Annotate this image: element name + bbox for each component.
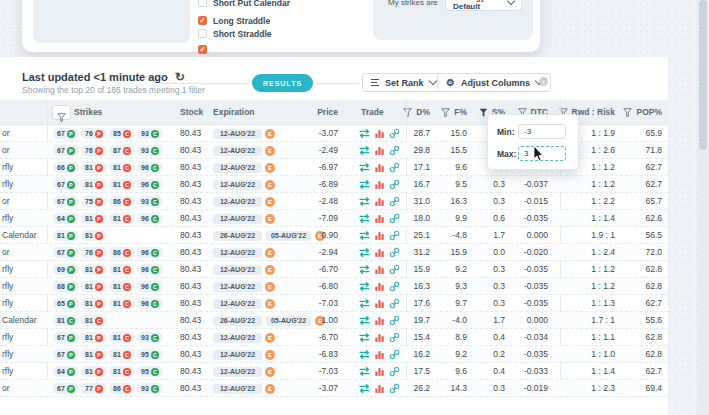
chart-icon[interactable] xyxy=(374,281,385,292)
funnel-icon[interactable] xyxy=(623,108,632,117)
chart-icon[interactable] xyxy=(374,247,385,258)
refresh-icon[interactable]: ↻ xyxy=(175,70,185,84)
table-row[interactable]: rfly68P81P81C96C80.4312-AUG'22E-6.8016.3… xyxy=(0,278,668,295)
strike-value: 81 xyxy=(85,232,93,239)
strategy-checkbox-item[interactable]: Short Put Calendar xyxy=(198,0,290,9)
scrollbar-track[interactable] xyxy=(697,0,709,415)
chart-icon[interactable] xyxy=(374,213,385,224)
swap-icon[interactable] xyxy=(359,366,370,377)
table-row[interactable]: rfly64P81P81C95C80.4312-AUG'22E-7.0317.5… xyxy=(0,363,668,380)
chart-icon[interactable] xyxy=(374,230,385,241)
strike-pill: 81P xyxy=(81,298,107,309)
table-row[interactable]: or67P77P86C93C80.4312-AUG'22E-3.0726.214… xyxy=(0,380,668,397)
f-pct-cell: 9.6 xyxy=(435,363,467,380)
strikes-mode-select[interactable]: Strategy Default xyxy=(445,0,522,11)
chart-icon[interactable] xyxy=(374,383,385,394)
swap-icon[interactable] xyxy=(359,281,370,292)
chart-icon[interactable] xyxy=(374,349,385,360)
s-pct-cell: 0.3 xyxy=(473,278,505,295)
chart-icon[interactable] xyxy=(374,366,385,377)
table-row[interactable]: rfly69P81P81C96C80.4312-AUG'22E-6.7015.9… xyxy=(0,261,668,278)
trade-actions xyxy=(359,312,400,329)
chart-icon[interactable] xyxy=(374,162,385,173)
s-pct-cell: 0.3 xyxy=(473,380,505,397)
strategy-checkbox-item[interactable]: ✓Long Straddle xyxy=(198,14,270,27)
strike-pill: 64P xyxy=(53,366,79,377)
chart-icon[interactable] xyxy=(374,196,385,207)
min-input[interactable] xyxy=(518,124,566,139)
swap-icon[interactable] xyxy=(359,349,370,360)
swap-icon[interactable] xyxy=(359,383,370,394)
strike-pill: 81C xyxy=(109,264,135,275)
table-row[interactable]: rfly65P81P81C96C80.4312-AUG'22E-7.0317.6… xyxy=(0,295,668,312)
strike-value: 81 xyxy=(113,283,121,290)
expiration-pill: 12-AUG'22 xyxy=(213,214,262,224)
chart-icon[interactable] xyxy=(374,264,385,275)
chart-icon[interactable] xyxy=(374,145,385,156)
chart-icon[interactable] xyxy=(374,332,385,343)
swap-icon[interactable] xyxy=(359,179,370,190)
swap-icon[interactable] xyxy=(359,298,370,309)
strike-value: 81 xyxy=(85,215,93,222)
strategy-checkbox-item[interactable]: ✓ xyxy=(198,43,207,56)
trade-actions xyxy=(359,125,400,142)
d-pct-cell: 15.4 xyxy=(398,329,430,346)
scrollbar-thumb[interactable] xyxy=(699,0,707,150)
strike-pill: 81P xyxy=(81,264,107,275)
strike-value: 81 xyxy=(85,181,93,188)
funnel-icon[interactable] xyxy=(441,108,450,117)
rank-icon xyxy=(371,79,379,87)
strike-pill: 81P xyxy=(81,349,107,360)
table-row[interactable]: rfly67P81P81C93C80.4312-AUG'22E-6.7015.4… xyxy=(0,329,668,346)
swap-icon[interactable] xyxy=(359,145,370,156)
funnel-icon[interactable] xyxy=(403,108,412,117)
buy-leg-icon: C xyxy=(151,249,159,257)
strategy-checkbox-item[interactable]: Short Straddle xyxy=(198,27,272,40)
sell-leg-icon: C xyxy=(123,368,131,376)
swap-icon[interactable] xyxy=(359,247,370,258)
swap-icon[interactable] xyxy=(359,162,370,173)
strike-value: 81 xyxy=(85,351,93,358)
checkbox-checked-icon[interactable]: ✓ xyxy=(198,45,207,54)
table-row[interactable]: or67P76P86C96C80.4312-AUG'22E-2.9431.215… xyxy=(0,244,668,261)
table-row[interactable]: Calendar81C81C80.4326-AUG'2205-AUG'22E1.… xyxy=(0,312,668,329)
swap-icon[interactable] xyxy=(359,128,370,139)
table-row[interactable]: or67P75P86C93C80.4312-AUG'22E-2.4831.016… xyxy=(0,193,668,210)
chart-icon[interactable] xyxy=(374,128,385,139)
dtc-cell: -0.037 xyxy=(506,176,548,193)
chart-icon[interactable] xyxy=(374,298,385,309)
gear-icon: ⚙ xyxy=(446,78,455,88)
results-button[interactable]: RESULTS xyxy=(252,74,313,92)
sell-leg-icon: C xyxy=(123,130,131,138)
table-row[interactable]: rfly67P81P81C96C80.4312-AUG'22E-6.8916.7… xyxy=(0,176,668,193)
set-rank-button[interactable]: Set Rank xyxy=(362,73,445,92)
table-row[interactable]: Calendar81P81P80.4326-AUG'2205-AUG'22E0.… xyxy=(0,227,668,244)
mouse-cursor xyxy=(533,146,544,162)
strikes-filter-button[interactable] xyxy=(52,105,71,120)
table-row[interactable]: rfly67P81P81C95C80.4312-AUG'22E-6.8316.2… xyxy=(0,346,668,363)
f-pct-cell: 15.9 xyxy=(435,244,467,261)
table-row[interactable]: rfly64P81P81C96C80.4312-AUG'22E-7.0918.0… xyxy=(0,210,668,227)
strike-value: 93 xyxy=(141,198,149,205)
price-cell: -6.89 xyxy=(296,176,338,193)
checkbox-unchecked-icon[interactable] xyxy=(198,0,207,7)
swap-icon[interactable] xyxy=(359,230,370,241)
funnel-icon-active[interactable] xyxy=(479,108,488,117)
swap-icon[interactable] xyxy=(359,315,370,326)
checkbox-unchecked-icon[interactable] xyxy=(198,29,207,38)
strategy-cell: or xyxy=(2,244,46,261)
strike-value: 67 xyxy=(57,249,65,256)
adjust-columns-button[interactable]: ⚙ Adjust Columns xyxy=(437,73,551,92)
sell-leg-icon: C xyxy=(123,385,131,393)
checkbox-checked-icon[interactable]: ✓ xyxy=(198,16,207,25)
expiration-pill: 12-AUG'22 xyxy=(213,197,262,207)
info-icon[interactable]: i xyxy=(539,77,548,86)
swap-icon[interactable] xyxy=(359,213,370,224)
chart-icon[interactable] xyxy=(374,179,385,190)
swap-icon[interactable] xyxy=(359,332,370,343)
swap-icon[interactable] xyxy=(359,264,370,275)
expiration-pill: 12-AUG'22 xyxy=(213,333,262,343)
chart-icon[interactable] xyxy=(374,315,385,326)
strike-value: 81 xyxy=(85,368,93,375)
swap-icon[interactable] xyxy=(359,196,370,207)
